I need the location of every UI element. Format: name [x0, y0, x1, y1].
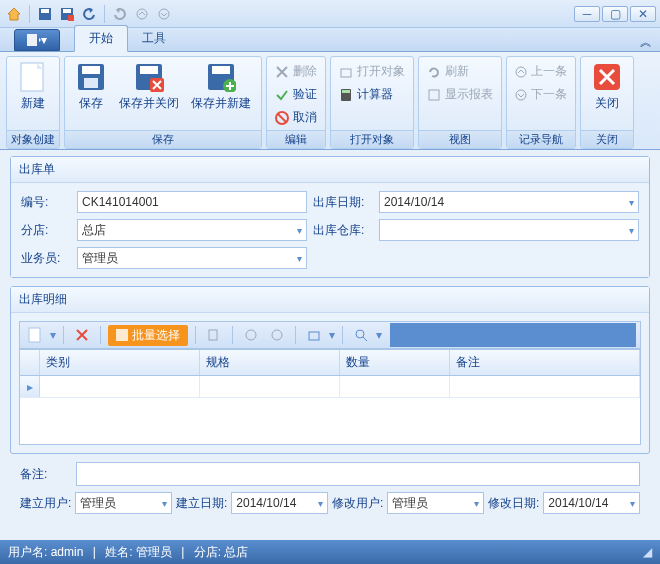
group-label-new: 对象创建	[7, 130, 59, 148]
detail-new-button[interactable]	[24, 324, 46, 346]
home-icon[interactable]	[4, 4, 24, 24]
close-big-icon	[591, 61, 623, 93]
prev-record-button[interactable]: 上一条	[511, 61, 571, 82]
svg-point-24	[516, 90, 526, 100]
ribbon: 新建 对象创建 保存 保存并关闭 保存并新建 保存 删除 验证 取消 编辑 打开…	[0, 52, 660, 150]
bulk-select-button[interactable]: 批量选择	[108, 325, 188, 346]
branch-select[interactable]: 总店▾	[77, 219, 307, 241]
table-row[interactable]: ▸	[20, 376, 640, 398]
group-label-save: 保存	[65, 130, 261, 148]
tab-tools[interactable]: 工具	[128, 26, 180, 51]
validate-button[interactable]: 验证	[271, 84, 321, 105]
col-qty[interactable]: 数量	[340, 350, 450, 375]
up-icon[interactable]	[132, 4, 152, 24]
detail-export-button[interactable]	[303, 324, 325, 346]
calculator-icon	[339, 88, 353, 102]
save-new-label: 保存并新建	[191, 95, 251, 112]
ribbon-collapse-icon[interactable]: ︽	[640, 34, 652, 51]
detail-grid: 类别 规格 数量 备注 ▸	[19, 349, 641, 445]
titlebar: ─ ▢ ✕	[0, 0, 660, 28]
save-close-big-icon	[133, 61, 165, 93]
svg-point-32	[356, 330, 364, 338]
col-spec[interactable]: 规格	[200, 350, 340, 375]
chevron-down-icon: ▾	[629, 197, 634, 208]
detail-next-button[interactable]	[266, 324, 288, 346]
tab-start[interactable]: 开始	[74, 25, 128, 52]
svg-point-5	[137, 9, 147, 19]
save-close-button[interactable]: 保存并关闭	[113, 59, 185, 114]
save-label: 保存	[79, 95, 103, 112]
next-record-button[interactable]: 下一条	[511, 84, 571, 105]
remarks-input[interactable]	[76, 462, 640, 486]
refresh-button[interactable]: 刷新	[423, 61, 497, 82]
save-icon[interactable]	[35, 4, 55, 24]
status-username-label: 用户名:	[8, 545, 47, 559]
close-button[interactable]: 关闭	[585, 59, 629, 114]
new-button[interactable]: 新建	[11, 59, 55, 114]
minimize-button[interactable]: ─	[574, 6, 600, 22]
branch-label: 分店:	[21, 222, 71, 239]
svg-rect-19	[341, 69, 351, 77]
row-indicator: ▸	[20, 376, 40, 397]
group-label-close: 关闭	[581, 130, 633, 148]
svg-rect-28	[209, 330, 217, 340]
file-menu-button[interactable]: ▾	[14, 29, 60, 51]
save-close-icon[interactable]	[57, 4, 77, 24]
detail-delete-button[interactable]	[71, 324, 93, 346]
save-new-button[interactable]: 保存并新建	[185, 59, 257, 114]
create-date-input[interactable]: 2014/10/14▾	[231, 492, 328, 514]
create-user-select[interactable]: 管理员▾	[75, 492, 172, 514]
down-arrow-icon	[515, 89, 527, 101]
svg-rect-3	[63, 9, 71, 13]
cancel-button[interactable]: 取消	[271, 107, 321, 128]
save-button[interactable]: 保存	[69, 59, 113, 114]
modify-date-input[interactable]: 2014/10/14▾	[543, 492, 640, 514]
chevron-down-icon: ▾	[474, 498, 479, 509]
close-window-button[interactable]: ✕	[630, 6, 656, 22]
svg-rect-10	[82, 66, 100, 74]
detail-copy-button[interactable]	[203, 324, 225, 346]
create-user-label: 建立用户:	[20, 495, 71, 512]
remarks-label: 备注:	[20, 466, 70, 483]
detail-prev-button[interactable]	[240, 324, 262, 346]
chevron-down-icon: ▾	[297, 225, 302, 236]
detail-search-button[interactable]	[350, 324, 372, 346]
new-label: 新建	[21, 95, 45, 112]
svg-rect-4	[68, 15, 74, 21]
redo-icon[interactable]	[110, 4, 130, 24]
new-icon	[17, 61, 49, 93]
detail-panel-title: 出库明细	[11, 287, 649, 313]
staff-label: 业务员:	[21, 250, 71, 267]
detail-toolbar: ▾ 批量选择 ▾ ▾	[19, 321, 641, 349]
down-icon[interactable]	[154, 4, 174, 24]
svg-rect-7	[27, 34, 37, 46]
up-arrow-icon	[515, 66, 527, 78]
col-remark[interactable]: 备注	[450, 350, 640, 375]
modify-user-select[interactable]: 管理员▾	[387, 492, 484, 514]
svg-point-29	[246, 330, 256, 340]
svg-rect-1	[41, 9, 49, 13]
warehouse-select[interactable]: ▾	[379, 219, 639, 241]
col-category[interactable]: 类别	[40, 350, 200, 375]
open-object-button[interactable]: 打开对象	[335, 61, 409, 82]
show-report-button[interactable]: 显示报表	[423, 84, 497, 105]
chevron-down-icon: ▾	[630, 498, 635, 509]
status-expand-icon[interactable]: ◢	[643, 545, 652, 559]
staff-select[interactable]: 管理员▾	[77, 247, 307, 269]
undo-icon[interactable]	[79, 4, 99, 24]
detail-panel: 出库明细 ▾ 批量选择 ▾ ▾ 类别 规格 数	[10, 286, 650, 454]
date-input[interactable]: 2014/10/14▾	[379, 191, 639, 213]
calculator-button[interactable]: 计算器	[335, 84, 409, 105]
svg-rect-26	[29, 328, 40, 342]
maximize-button[interactable]: ▢	[602, 6, 628, 22]
report-icon	[427, 88, 441, 102]
code-input[interactable]: CK141014001	[77, 191, 307, 213]
outbound-panel-title: 出库单	[11, 157, 649, 183]
row-indicator-header	[20, 350, 40, 375]
svg-point-23	[516, 67, 526, 77]
svg-point-30	[272, 330, 282, 340]
svg-rect-31	[309, 332, 319, 340]
open-icon	[339, 65, 353, 79]
delete-button[interactable]: 删除	[271, 61, 321, 82]
save-big-icon	[75, 61, 107, 93]
